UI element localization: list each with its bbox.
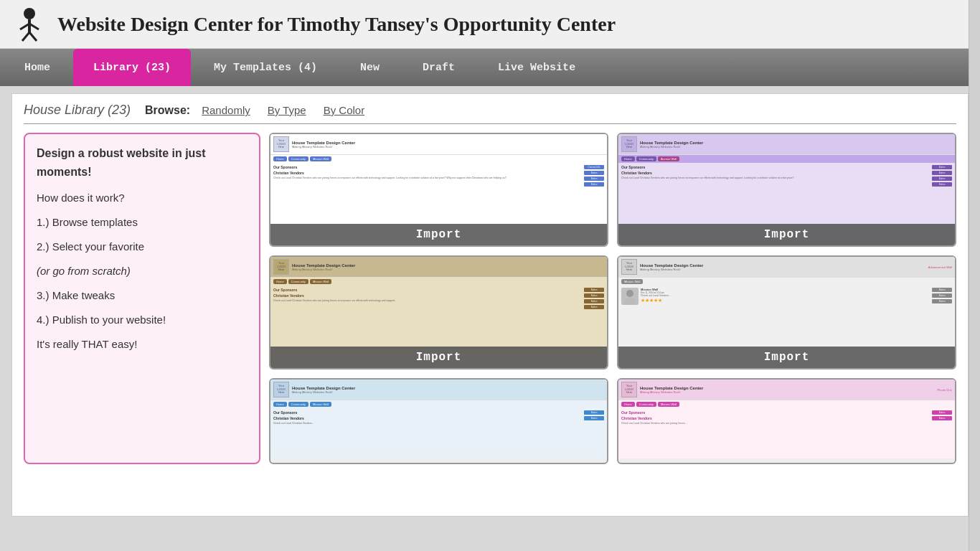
mini-logo-5: YourLOGOHere [273,382,289,397]
section-title: House Library (23) [24,103,131,118]
nav-library[interactable]: Library (23) [73,49,191,86]
browse-randomly[interactable]: Randomly [202,104,250,116]
instructions-step2: 2.) Select your favorite [37,238,248,255]
svg-point-6 [626,290,633,297]
mini-logo-3: YourLOGOHere [273,259,289,275]
browse-bar: House Library (23) Browse: Randomly By T… [24,103,956,124]
nav-home[interactable]: Home [4,49,70,86]
browse-by-type[interactable]: By Type [268,104,306,116]
import-button-2[interactable]: Import [618,224,955,245]
svg-point-0 [24,8,35,19]
svg-line-5 [29,32,37,41]
template-card-5[interactable]: YourLOGOHere House Template Design Cente… [269,378,608,464]
template-preview-5: YourLOGOHere House Template Design Cente… [270,380,607,458]
templates-area: YourLOGOHere House Template Design Cente… [269,133,956,464]
mini-logo-2: YourLOGOHere [621,136,637,152]
instructions-how: How does it work? [37,189,248,207]
template-card-6[interactable]: YourLOGOHere House Template Design Cente… [617,378,956,464]
import-button-4[interactable]: Import [618,347,955,368]
logo-icon [11,6,47,42]
app-title: Website Design Center for Timothy Tansey… [57,13,616,36]
mini-logo-1: YourLOGOHere [273,136,289,152]
svg-point-7 [624,298,636,305]
instructions-step4: 4.) Publish to your website! [37,311,248,329]
mini-logo-6: YourLOGOHere [621,382,637,397]
browse-by-color[interactable]: By Color [324,104,365,116]
content-grid: Design a robust website in just moments!… [24,133,956,464]
import-button-3[interactable]: Import [270,347,607,368]
template-card-3[interactable]: YourLOGOHere House Template Design Cente… [269,255,608,369]
scrollbar[interactable] [969,0,980,551]
instructions-title: Design a robust website in just moments! [37,144,248,181]
template-card-2[interactable]: YourLOGOHere House Template Design Cente… [617,133,956,247]
nav-draft[interactable]: Draft [402,49,475,86]
template-card-4[interactable]: YourLOGOHere House Template Design Cente… [617,255,956,369]
browse-label: Browse: [145,104,190,117]
instructions-step1: 1.) Browse templates [37,214,248,231]
header: Website Design Center for Timothy Tansey… [0,0,980,49]
main-content: House Library (23) Browse: Randomly By T… [0,86,980,551]
svg-line-4 [22,32,29,41]
instructions-step2b: (or go from scratch) [37,263,248,280]
nav-live-website[interactable]: Live Website [478,49,595,86]
import-button-1[interactable]: Import [270,224,607,245]
template-card-1[interactable]: YourLOGOHere House Template Design Cente… [269,133,608,247]
instructions-final: It's really THAT easy! [37,336,248,353]
instructions-step3: 3.) Make tweaks [37,287,248,304]
nav-new[interactable]: New [340,49,400,86]
template-preview-6: YourLOGOHere House Template Design Cente… [618,380,955,458]
main-nav: Home Library (23) My Templates (4) New D… [0,49,980,86]
content-panel: House Library (23) Browse: Randomly By T… [11,93,969,517]
instructions-panel: Design a robust website in just moments!… [24,133,260,464]
nav-my-templates[interactable]: My Templates (4) [194,49,337,86]
mini-logo-4: YourLOGOHere [621,259,637,275]
